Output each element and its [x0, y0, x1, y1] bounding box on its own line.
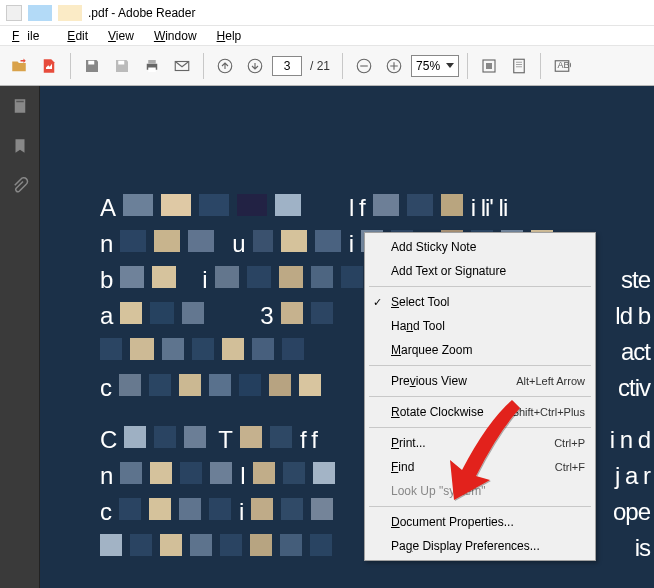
fit-width-button[interactable] — [476, 53, 502, 79]
open-button[interactable] — [6, 53, 32, 79]
page-number-input[interactable] — [272, 56, 302, 76]
menu-window[interactable]: Window — [146, 27, 205, 45]
attachments-panel-button[interactable] — [8, 174, 32, 198]
zoom-out-button[interactable] — [351, 53, 377, 79]
shortcut-label: Shift+Ctrl+Plus — [512, 406, 585, 418]
save-as-button[interactable] — [109, 53, 135, 79]
save-button[interactable] — [79, 53, 105, 79]
menu-separator — [369, 286, 591, 287]
shortcut-label: Alt+Left Arrow — [516, 375, 585, 387]
thumbnails-panel-button[interactable] — [8, 94, 32, 118]
svg-text:ABC: ABC — [558, 60, 572, 70]
menu-item-hand-tool[interactable]: Hand Tool — [367, 314, 593, 338]
toolbar-separator — [203, 53, 204, 79]
menu-item-select-tool[interactable]: ✓Select Tool — [367, 290, 593, 314]
page-total-label: / 21 — [310, 59, 330, 73]
menu-item-look-up: Look Up "system" — [367, 479, 593, 503]
menu-separator — [369, 365, 591, 366]
shortcut-label: Ctrl+P — [554, 437, 585, 449]
toolbar-separator — [467, 53, 468, 79]
menu-item-marquee-zoom[interactable]: Marquee Zoom — [367, 338, 593, 362]
menu-item-add-text-signature[interactable]: Add Text or Signature — [367, 259, 593, 283]
check-icon: ✓ — [373, 296, 382, 309]
menu-separator — [369, 427, 591, 428]
menu-item-add-sticky-note[interactable]: Add Sticky Note — [367, 235, 593, 259]
fit-page-button[interactable] — [506, 53, 532, 79]
menu-item-page-display-preferences[interactable]: Page Display Preferences... — [367, 534, 593, 558]
zoom-in-button[interactable] — [381, 53, 407, 79]
menu-separator — [369, 396, 591, 397]
toolbar-separator — [342, 53, 343, 79]
title-redaction-1 — [28, 5, 52, 21]
navigation-pane — [0, 86, 40, 588]
menu-item-print[interactable]: Print...Ctrl+P — [367, 431, 593, 455]
zoom-level-select[interactable]: 75% — [411, 55, 459, 77]
menu-item-previous-view[interactable]: Previous ViewAlt+Left Arrow — [367, 369, 593, 393]
toolbar-separator — [70, 53, 71, 79]
menu-separator — [369, 506, 591, 507]
toolbar-separator — [540, 53, 541, 79]
read-mode-button[interactable]: ABC — [549, 53, 575, 79]
svg-rect-7 — [514, 59, 525, 73]
menu-bar: File Edit View Window Help — [0, 26, 654, 46]
menu-item-rotate-clockwise[interactable]: Rotate ClockwiseShift+Ctrl+Plus — [367, 400, 593, 424]
title-bar: .pdf - Adobe Reader — [0, 0, 654, 26]
menu-item-find[interactable]: FindCtrl+F — [367, 455, 593, 479]
bookmarks-panel-button[interactable] — [8, 134, 32, 158]
app-icon — [6, 5, 22, 21]
create-pdf-button[interactable] — [36, 53, 62, 79]
menu-help[interactable]: Help — [209, 27, 250, 45]
page-down-button[interactable] — [242, 53, 268, 79]
svg-rect-11 — [16, 101, 24, 103]
menu-item-document-properties[interactable]: Document Properties... — [367, 510, 593, 534]
print-button[interactable] — [139, 53, 165, 79]
menu-view[interactable]: View — [100, 27, 142, 45]
page-up-button[interactable] — [212, 53, 238, 79]
context-menu: Add Sticky Note Add Text or Signature ✓S… — [364, 232, 596, 561]
menu-edit[interactable]: Edit — [59, 27, 96, 45]
title-redaction-2 — [58, 5, 82, 21]
toolbar: / 21 75% ABC — [0, 46, 654, 86]
email-button[interactable] — [169, 53, 195, 79]
shortcut-label: Ctrl+F — [555, 461, 585, 473]
menu-file[interactable]: File — [4, 27, 55, 45]
window-title: .pdf - Adobe Reader — [88, 6, 195, 20]
svg-rect-6 — [486, 63, 492, 69]
